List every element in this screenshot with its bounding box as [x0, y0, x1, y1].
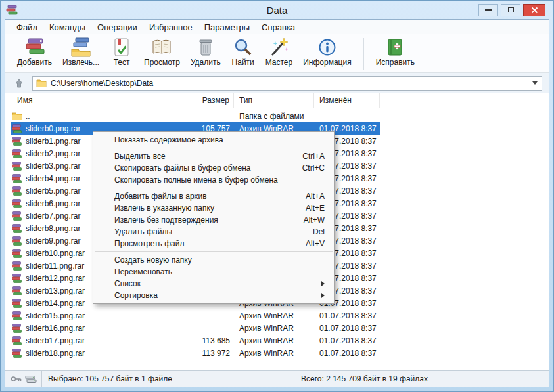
menu-favorites[interactable]: Избранное: [143, 21, 198, 33]
context-menu-item[interactable]: Переименовать: [93, 266, 334, 278]
file-name: ..: [26, 112, 30, 121]
context-menu-item[interactable]: Сортировка: [93, 290, 334, 301]
address-combobox[interactable]: C:\Users\home\Desktop\Data: [32, 76, 542, 91]
extract-button[interactable]: Извлечь...: [57, 36, 104, 68]
minimize-icon: [485, 9, 492, 11]
up-arrow-icon: [14, 79, 24, 88]
rar-icon: [12, 211, 22, 221]
menu-shortcut: Ctrl+A: [302, 152, 325, 161]
add-button[interactable]: Добавить: [12, 36, 57, 68]
menu-separator: [95, 148, 333, 148]
menu-operations[interactable]: Операции: [91, 21, 143, 33]
folder-icon: [36, 79, 47, 87]
column-header-type[interactable]: Тип: [234, 93, 314, 108]
rar-icon: [12, 286, 22, 295]
column-header-name[interactable]: Имя: [11, 93, 173, 108]
context-menu-item[interactable]: Просмотреть файлAlt+V: [93, 238, 334, 250]
drives-icon[interactable]: [25, 375, 37, 383]
column-header-modified[interactable]: Изменён: [314, 93, 380, 108]
menu-commands[interactable]: Команды: [43, 21, 91, 33]
list-header: Имя Размер Тип Изменён: [5, 93, 549, 108]
file-size: [173, 322, 234, 334]
context-menu-item[interactable]: Удалить файлыDel: [93, 226, 334, 238]
delete-button[interactable]: Удалить: [185, 36, 226, 68]
test-button[interactable]: Тест: [104, 36, 139, 68]
rar-icon: [12, 149, 22, 158]
context-menu-item[interactable]: Скопировать файлы в буфер обменаCtrl+C: [93, 162, 334, 174]
info-button[interactable]: Информация: [298, 36, 356, 68]
context-menu-item[interactable]: Показать содержимое архива: [93, 134, 334, 146]
file-name: sliderb15.png.rar: [26, 311, 85, 320]
file-row[interactable]: sliderb15.png.rarАрхив WinRAR01.07.2018 …: [11, 309, 380, 322]
menu-shortcut: Ctrl+C: [302, 163, 325, 173]
close-button[interactable]: [523, 4, 545, 16]
title-bar[interactable]: Data: [1, 1, 553, 19]
file-name: sliderb14.png.rar: [26, 299, 85, 308]
close-icon: [531, 7, 538, 14]
file-name: sliderb3.png.rar: [26, 162, 80, 171]
find-button[interactable]: Найти: [226, 36, 260, 68]
repair-button[interactable]: Исправить: [371, 36, 420, 68]
address-path: C:\Users\home\Desktop\Data: [51, 79, 526, 88]
context-menu-item[interactable]: Выделить всеCtrl+A: [93, 150, 334, 162]
file-name: sliderb12.png.rar: [26, 274, 85, 283]
file-size: 113 685: [173, 334, 234, 347]
address-dropdown-button[interactable]: [530, 77, 540, 90]
extract-icon: [69, 37, 93, 58]
maximize-icon: [508, 7, 514, 12]
toolbar-label: Удалить: [191, 58, 221, 67]
file-row[interactable]: sliderb16.png.rarАрхив WinRAR01.07.2018 …: [11, 322, 380, 334]
repair-icon: [383, 37, 407, 58]
maximize-button[interactable]: [501, 4, 520, 16]
winrar-window: Data Файл Команды Операции Избранное Пар…: [0, 0, 554, 392]
file-row[interactable]: sliderb17.png.rar113 685Архив WinRAR01.0…: [11, 334, 380, 347]
key-icon[interactable]: [11, 375, 22, 383]
rar-icon: [12, 137, 22, 146]
file-row[interactable]: ..Папка с файлами: [11, 110, 380, 122]
window-controls: [478, 4, 545, 16]
context-menu: Показать содержимое архиваВыделить всеCt…: [93, 131, 335, 304]
file-name: sliderb2.png.rar: [26, 149, 80, 158]
file-modified: 01.07.2018 8:37: [314, 347, 380, 359]
menu-shortcut: Alt+V: [306, 239, 325, 248]
statusbar-total-info: Всего: 2 145 709 байт в 19 файлах: [294, 371, 549, 387]
rar-icon: [12, 261, 22, 271]
view-button[interactable]: Просмотр: [139, 36, 185, 68]
context-menu-item[interactable]: Список: [93, 278, 334, 290]
column-header-size[interactable]: Размер: [173, 93, 234, 108]
file-name: sliderb5.png.rar: [26, 186, 80, 196]
winrar-app-icon: [6, 5, 18, 15]
file-type: Архив WinRAR: [234, 334, 314, 347]
menu-options[interactable]: Параметры: [198, 21, 256, 33]
toolbar-label: Мастер: [265, 58, 293, 67]
up-directory-button[interactable]: [12, 76, 26, 91]
toolbar-label: Добавить: [17, 58, 52, 67]
file-name: sliderb17.png.rar: [26, 336, 85, 345]
context-menu-item[interactable]: Создать новую папку: [93, 254, 334, 266]
rar-icon: [12, 336, 22, 345]
rar-icon: [12, 274, 22, 283]
menu-help[interactable]: Справка: [256, 21, 301, 33]
context-menu-item[interactable]: Скопировать полные имена в буфер обмена: [93, 174, 334, 186]
rar-icon: [12, 311, 22, 320]
file-type: Папка с файлами: [234, 110, 314, 122]
file-type: Архив WinRAR: [234, 322, 314, 334]
rar-icon: [12, 174, 22, 183]
wizard-button[interactable]: Мастер: [260, 36, 298, 68]
submenu-arrow-icon: [321, 281, 325, 286]
file-row[interactable]: sliderb18.png.rar113 972Архив WinRAR01.0…: [11, 347, 380, 359]
file-name: sliderb6.png.rar: [26, 199, 80, 208]
file-name: sliderb4.png.rar: [26, 174, 80, 183]
menu-separator: [95, 188, 333, 188]
toolbar-label: Исправить: [376, 58, 415, 67]
menu-file[interactable]: Файл: [11, 21, 43, 33]
rar-icon: [12, 236, 22, 246]
context-menu-item[interactable]: Извлечь в указанную папкуAlt+E: [93, 202, 334, 214]
file-type: Архив WinRAR: [234, 309, 314, 322]
minimize-button[interactable]: [478, 4, 498, 16]
context-menu-item[interactable]: Извлечь без подтвержденияAlt+W: [93, 214, 334, 226]
context-menu-item[interactable]: Добавить файлы в архивAlt+A: [93, 190, 334, 202]
file-size: [173, 110, 234, 122]
rar-icon: [12, 186, 22, 196]
file-name: sliderb13.png.rar: [26, 286, 85, 295]
